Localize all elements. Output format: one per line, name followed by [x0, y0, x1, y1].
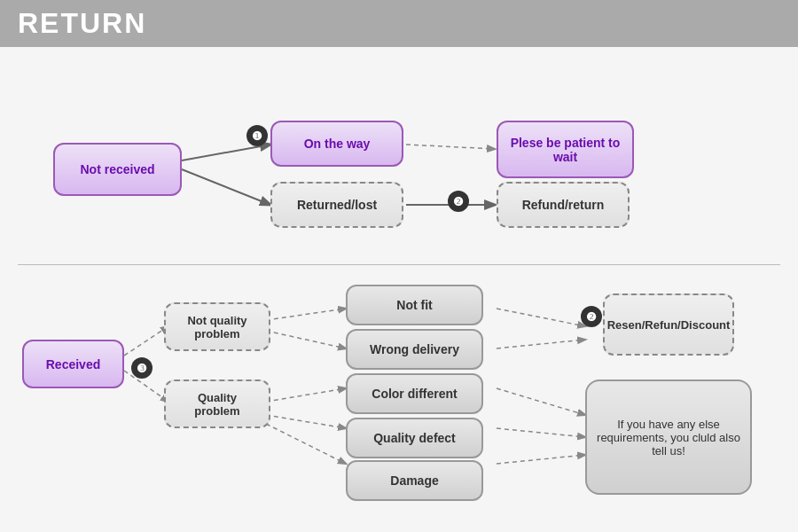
quality-defect-box: Quality defect: [346, 418, 483, 458]
not-fit-box: Not fit: [346, 285, 483, 325]
svg-line-12: [497, 340, 585, 348]
divider: [18, 264, 780, 265]
badge-3: ❸: [131, 357, 153, 379]
svg-line-4: [124, 326, 168, 356]
svg-line-11: [497, 309, 585, 326]
resen-refund-box: Resen/Refun/Discount: [603, 293, 734, 356]
plese-patient-box: Plese be patient to wait: [497, 121, 634, 178]
svg-line-15: [497, 455, 585, 464]
svg-line-9: [266, 415, 346, 428]
quality-problem-box: Quality problem: [164, 379, 270, 428]
not-received-box: Not received: [53, 143, 182, 196]
badge-2-bottom: ❷: [581, 306, 602, 327]
requirements-box: If you have any else requirements, you c…: [585, 379, 752, 495]
header-title: RETURN: [18, 7, 146, 39]
main-content: Not received ❶ On the way Returned/lost …: [0, 47, 798, 532]
wrong-delivery-box: Wrong delivery: [346, 329, 483, 370]
svg-line-7: [266, 331, 346, 348]
svg-line-6: [266, 309, 346, 320]
badge-1: ❶: [246, 125, 268, 146]
svg-line-14: [497, 428, 585, 437]
on-the-way-box: On the way: [270, 121, 403, 167]
refund-return-box: Refund/return: [497, 182, 630, 228]
header: RETURN: [0, 0, 798, 47]
svg-line-13: [497, 388, 585, 415]
returned-lost-box: Returned/lost: [270, 182, 403, 228]
damage-box: Damage: [346, 460, 483, 501]
received-box: Received: [22, 340, 124, 388]
svg-line-8: [266, 388, 346, 402]
svg-line-0: [182, 145, 270, 160]
svg-line-10: [266, 424, 346, 464]
badge-2-top: ❷: [448, 191, 469, 212]
not-quality-box: Not quality problem: [164, 302, 270, 351]
color-different-box: Color different: [346, 373, 483, 414]
svg-line-2: [406, 145, 495, 149]
svg-line-1: [182, 169, 270, 205]
